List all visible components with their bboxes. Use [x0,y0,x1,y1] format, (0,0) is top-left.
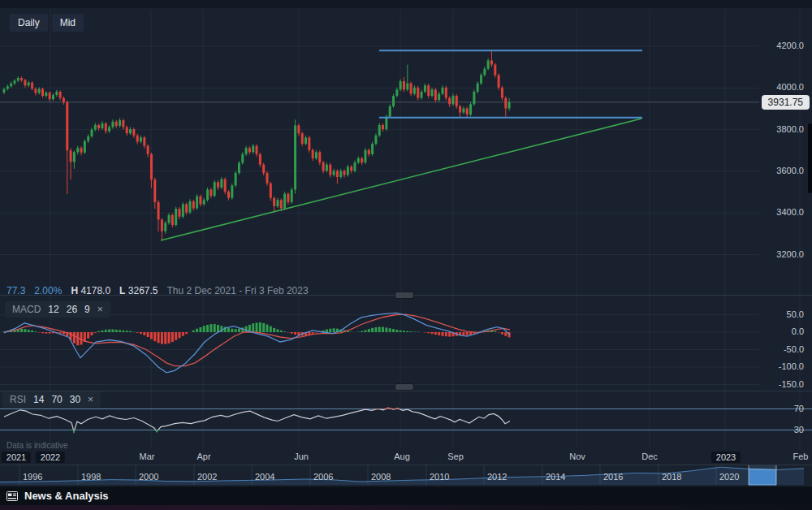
time-axis-label: Dec [641,452,658,461]
time-axis-label: Aug [394,452,410,461]
navigator-year-label: 2020 [719,472,739,482]
date-range: Thu 2 Dec 2021 - Fri 3 Feb 2023 [167,285,309,296]
rsi-param-oversold: 30 [70,394,80,405]
close-icon[interactable]: × [97,304,103,315]
price-axis-tick: 4200.0 [747,41,804,50]
high-value: H 4178.0 [71,285,110,296]
bottom-accent-strip [0,505,812,510]
price-axis-tick: 3200.0 [747,249,804,259]
news-analysis-label: News & Analysis [24,490,109,502]
high-label: H [71,285,78,296]
price-axis-tick: 3600.0 [747,166,804,175]
macd-param-signal: 9 [84,304,90,315]
chart-toolbar: Daily Mid [10,14,84,32]
panel-resize-handle[interactable] [395,383,414,391]
panel-resize-handle[interactable] [395,292,414,299]
navigator-year-label: 2000 [139,472,158,482]
rsi-param-overbought: 70 [51,394,62,405]
rsi-header[interactable]: RSI 14 70 30 × [2,391,101,408]
price-axis-tick: 4000.0 [747,82,804,92]
data-indicative-note: Data is indicative [6,441,68,450]
newspaper-icon [6,491,18,501]
ohlc-info-bar: 77.3 2.00% H 4178.0 L 3267.5 Thu 2 Dec 2… [6,285,309,296]
rsi-name: RSI [10,394,26,405]
chart-canvas[interactable] [0,0,812,510]
change-percent: 2.00% [34,285,62,296]
current-price-badge: 3931.75 [762,95,810,110]
navigator-year-label: 2006 [313,472,333,482]
time-axis-label: 2021 [2,452,31,463]
navigator-year-label: 2016 [603,472,623,482]
macd-axis-tick: -50.0 [747,344,804,354]
macd-axis-tick: -100.0 [747,361,804,371]
navigator-year-label: 2010 [430,472,449,482]
macd-param-fast: 12 [48,304,58,315]
time-axis-label: 2023 [711,452,741,463]
price-axis-tick: 3400.0 [747,207,804,217]
trading-chart-screen: Daily Mid 77.3 2.00% H 4178.0 L 3267.5 T… [0,0,812,510]
change-value: 77.3 [6,285,25,296]
macd-axis-tick: 50.0 [747,309,804,319]
navigator-year-label: 2004 [255,472,274,482]
rsi-axis-tick: 70 [747,404,804,413]
time-axis-label: Jun [294,452,309,461]
navigator-year-label: 2008 [371,472,391,482]
rsi-param-period: 14 [33,394,44,405]
navigator-year-label: 1996 [23,472,42,482]
rsi-axis-tick: 30 [747,425,804,434]
low-label: L [119,285,125,296]
navigator-year-label: 2012 [487,472,507,482]
scrollbar-thumb[interactable] [808,123,812,193]
navigator-year-label: 2018 [662,472,681,482]
time-axis-label: Nov [569,452,585,461]
news-analysis-bar[interactable]: News & Analysis [0,486,812,505]
low-value: L 3267.5 [119,285,158,296]
navigator-selection[interactable] [749,465,776,485]
price-axis-tick: 3800.0 [747,124,804,134]
time-axis-label: Mar [140,452,155,461]
macd-axis-tick: -150.0 [747,379,804,389]
time-axis-label: Feb [793,452,809,461]
time-axis-label: 2022 [36,452,65,463]
price-type-button[interactable]: Mid [52,14,84,32]
time-axis-label: Apr [197,452,210,461]
macd-param-slow: 26 [67,304,77,315]
navigator-year-label: 2002 [197,472,217,482]
macd-header[interactable]: MACD 12 26 9 × [5,301,110,318]
macd-axis-tick: 0.0 [747,326,804,336]
navigator-year-label: 2014 [546,472,565,482]
time-axis-label: Sep [447,452,464,461]
timeframe-button[interactable]: Daily [10,14,48,32]
navigator-year-label: 1998 [81,472,101,482]
close-icon[interactable]: × [88,394,93,405]
macd-name: MACD [12,304,41,315]
